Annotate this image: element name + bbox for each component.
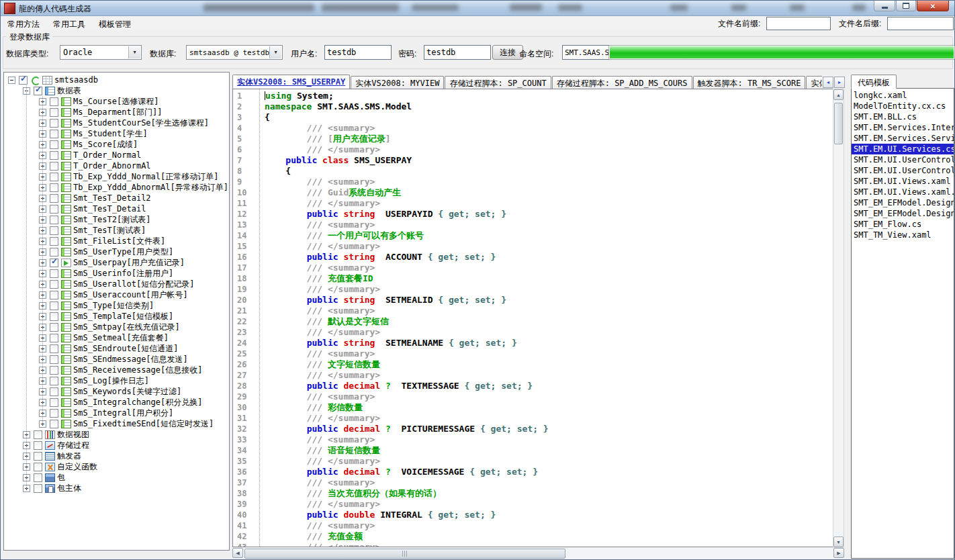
template-item[interactable]: SMT.EM.UI.UserControls.cs bbox=[852, 154, 954, 165]
editor-tab-5[interactable]: 实体VS2008: MS_COURS bbox=[806, 76, 822, 89]
tree-folder-pkg[interactable]: +包 bbox=[4, 472, 229, 483]
tree-item-table[interactable]: +SmS_Userpay[用户充值记录] bbox=[4, 257, 229, 268]
checkbox[interactable] bbox=[50, 97, 58, 106]
template-item[interactable]: SMT_EM_Flow.cs bbox=[852, 219, 954, 230]
checkbox[interactable] bbox=[34, 463, 42, 471]
horizontal-scroll-thumb[interactable] bbox=[244, 549, 565, 559]
checkbox[interactable] bbox=[50, 194, 58, 203]
checkbox[interactable] bbox=[50, 301, 58, 310]
template-item[interactable]: SMT.EM.UI.Services.cs bbox=[852, 144, 954, 154]
template-item[interactable]: longkc.xaml bbox=[852, 90, 954, 101]
file-prefix-input[interactable] bbox=[766, 17, 831, 30]
tree-item-table[interactable]: +Smt_TesT_Detail bbox=[4, 203, 229, 214]
tree-item-table[interactable]: +Ms_Course[选修课程] bbox=[4, 96, 229, 107]
tree-item-table[interactable]: +Tb_Exp_Yddd_AbnormAl[异常移动订单] bbox=[4, 182, 229, 193]
tree-item-table[interactable]: +Smt_TesT[测试表] bbox=[4, 225, 229, 236]
checkbox[interactable] bbox=[50, 173, 58, 181]
tree-root-database[interactable]: −smtsaasdb bbox=[4, 75, 229, 85]
checkbox[interactable] bbox=[50, 108, 58, 117]
checkbox[interactable] bbox=[50, 226, 58, 235]
tree-folder-func[interactable]: +自定义函数 bbox=[4, 461, 229, 472]
tree-item-table[interactable]: +Smt_FileList[文件表] bbox=[4, 236, 229, 246]
tree-item-table[interactable]: +SmS_Useraccount[用户帐号] bbox=[4, 289, 229, 300]
template-item[interactable]: SMT.EM.UI.Views.xaml bbox=[852, 176, 954, 187]
editor-tab-4[interactable]: 触发器脚本: TR_MS_SCORE bbox=[693, 76, 806, 89]
vertical-scroll-thumb[interactable] bbox=[834, 103, 843, 144]
db-type-select[interactable]: Oracle bbox=[60, 45, 142, 60]
editor-vertical-scrollbar[interactable] bbox=[833, 89, 844, 548]
menu-item-0[interactable]: 常用方法 bbox=[1, 16, 46, 30]
checkbox[interactable] bbox=[34, 441, 42, 450]
tree-item-table[interactable]: +Tb_Exp_Yddd_Normal[正常移动订单] bbox=[4, 171, 229, 182]
editor-tab-2[interactable]: 存储过程脚本: SP_COUNT bbox=[445, 76, 551, 89]
chevron-down-icon[interactable] bbox=[269, 46, 281, 58]
tree-item-table[interactable]: +Ms_Student[学生] bbox=[4, 128, 229, 139]
tree-item-table[interactable]: +SmS_Integral[用户积分] bbox=[4, 408, 229, 418]
tree-item-table[interactable]: +Ms_Deparment[部门]] bbox=[4, 107, 229, 118]
checkbox[interactable] bbox=[50, 119, 58, 128]
tree-item-table[interactable]: +SmS_SEndroute[短信通道] bbox=[4, 343, 229, 354]
tree-item-table[interactable]: +SmS_Type[短信类别] bbox=[4, 300, 229, 311]
menu-item-2[interactable]: 模板管理 bbox=[92, 16, 138, 30]
checkbox[interactable] bbox=[50, 355, 58, 364]
file-suffix-input[interactable] bbox=[887, 17, 954, 30]
checkbox[interactable] bbox=[50, 291, 58, 299]
template-item[interactable]: SMT.EM.UI.UserControls.xa bbox=[852, 165, 954, 176]
tree-folder-trigger[interactable]: +触发器 bbox=[4, 451, 229, 461]
template-item[interactable]: SMT.EM.Services.Interface bbox=[852, 122, 954, 133]
tree-item-table[interactable]: +Ms_Score[成绩] bbox=[4, 139, 229, 150]
tree-folder-pkgbody[interactable]: +包主体 bbox=[4, 483, 229, 494]
tab-scroll-left-button[interactable] bbox=[823, 77, 833, 88]
template-list[interactable]: longkc.xamlModelToEntity.cx.csSMT.EM.BLL… bbox=[851, 88, 954, 559]
checkbox[interactable] bbox=[50, 248, 58, 256]
checkbox[interactable] bbox=[50, 344, 58, 353]
checkbox[interactable] bbox=[34, 484, 42, 493]
checkbox[interactable] bbox=[50, 387, 58, 396]
database-select[interactable]: smtsaasdb @ testdb bbox=[186, 45, 283, 60]
scroll-right-button[interactable] bbox=[833, 548, 844, 558]
tree-item-table[interactable]: +SmS_TemplaTe[短信模板] bbox=[4, 311, 229, 322]
scroll-down-button[interactable] bbox=[833, 536, 844, 547]
tree-item-table[interactable]: +SmS_Setmeal[充值套餐] bbox=[4, 332, 229, 343]
tree-item-table[interactable]: +SmS_Keywords[关键字过滤] bbox=[4, 386, 229, 397]
tree-item-table[interactable]: +SmS_Receivemessage[信息接收] bbox=[4, 365, 229, 375]
checkbox[interactable] bbox=[34, 430, 42, 439]
editor-tab-3[interactable]: 存储过程脚本: SP_ADD_MS_COURS bbox=[552, 76, 692, 89]
tree-item-table[interactable]: +Ms_StudentCourSe[学生选修课程] bbox=[4, 118, 229, 128]
checkbox[interactable] bbox=[50, 237, 58, 246]
tree-item-table[interactable]: +T_Order_Normal bbox=[4, 150, 229, 160]
checkbox[interactable] bbox=[34, 452, 42, 461]
tree-item-table[interactable]: +Smt_TesT2[测试表] bbox=[4, 214, 229, 225]
template-item[interactable]: SMT.EM.BLL.cs bbox=[852, 111, 954, 122]
template-item[interactable]: ModelToEntity.cx.cs bbox=[852, 101, 954, 111]
checkbox[interactable] bbox=[50, 162, 58, 171]
tree-item-table[interactable]: +SmS_SEndmessage[信息发送] bbox=[4, 354, 229, 365]
checkbox[interactable] bbox=[50, 183, 58, 192]
editor-tab-1[interactable]: 实体VS2008: MYVIEW bbox=[351, 76, 444, 89]
username-input[interactable] bbox=[324, 45, 392, 60]
tree-folder-view[interactable]: +数据视图 bbox=[4, 429, 229, 440]
checkbox[interactable] bbox=[34, 473, 42, 482]
checkbox[interactable] bbox=[50, 269, 58, 278]
scroll-up-button[interactable] bbox=[833, 89, 844, 100]
code-pane[interactable]: using System;namespace SMT.SAAS.SMS.Mode… bbox=[256, 89, 833, 547]
tree-folder-tables[interactable]: −数据表 bbox=[4, 85, 229, 96]
tab-code-templates[interactable]: 代码模板 bbox=[851, 75, 897, 89]
tree-item-table[interactable]: +SmS_Userinfo[注册用户] bbox=[4, 268, 229, 279]
close-button[interactable] bbox=[917, 1, 949, 11]
collapse-icon[interactable]: − bbox=[8, 77, 15, 84]
chevron-down-icon[interactable] bbox=[128, 46, 140, 58]
maximize-button[interactable] bbox=[896, 1, 916, 11]
code-editor[interactable]: 1234567891011121314151617181920212223242… bbox=[232, 89, 833, 547]
tree-item-table[interactable]: +SmS_Log[操作日志] bbox=[4, 375, 229, 386]
checkbox[interactable] bbox=[50, 420, 58, 428]
template-item[interactable]: SMT_EM_EFModel.Designer.c bbox=[852, 197, 954, 208]
checkbox[interactable] bbox=[50, 140, 58, 149]
template-item[interactable]: SMT.EM.Services.Services. bbox=[852, 133, 954, 144]
tree-item-table[interactable]: +SmS_FixedtimeSEnd[短信定时发送] bbox=[4, 418, 229, 429]
scroll-left-button[interactable] bbox=[232, 548, 243, 558]
editor-tab-0[interactable]: 实体VS2008: SMS_USERPAY bbox=[232, 75, 350, 89]
tab-scroll-right-button[interactable] bbox=[834, 77, 845, 88]
checkbox[interactable] bbox=[50, 334, 58, 342]
checkbox[interactable] bbox=[50, 398, 58, 407]
